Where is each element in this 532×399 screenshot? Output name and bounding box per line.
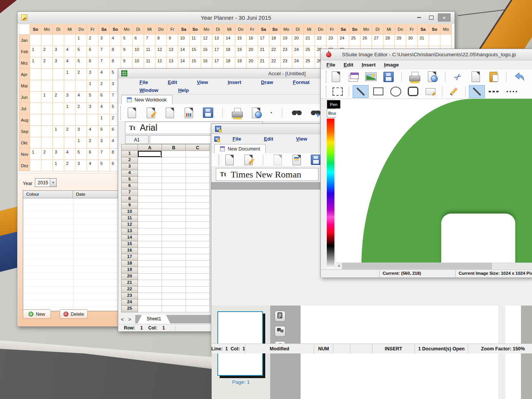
- textbox-tool-tool-button[interactable]: [423, 85, 439, 98]
- print-icon[interactable]: [231, 107, 244, 119]
- calendar-day-cell[interactable]: [76, 114, 87, 126]
- sheet-cell[interactable]: [186, 170, 210, 177]
- menu-view[interactable]: View: [285, 135, 318, 143]
- calendar-day-cell[interactable]: 9: [167, 35, 178, 46]
- minimize-button[interactable]: [413, 13, 425, 22]
- calendar-day-cell[interactable]: 1: [53, 126, 64, 137]
- row-header[interactable]: 3: [121, 164, 138, 170]
- rect-tool-icon[interactable]: [372, 86, 385, 98]
- sheet-cell[interactable]: [162, 190, 186, 196]
- calendar-day-cell[interactable]: 22: [269, 57, 281, 69]
- calendar-day-cell[interactable]: 2: [64, 160, 76, 171]
- rounded-rect-tool-tool-button[interactable]: [405, 85, 421, 98]
- calendar-day-cell[interactable]: 4: [64, 57, 76, 69]
- calendar-day-cell[interactable]: 24: [292, 46, 304, 57]
- calendar-day-cell[interactable]: 18: [224, 46, 235, 57]
- sheet-cell[interactable]: [162, 203, 186, 209]
- sheet-cell[interactable]: [186, 235, 210, 241]
- sheet-cell[interactable]: [138, 190, 162, 196]
- calendar-day-cell[interactable]: 16: [201, 46, 212, 57]
- calendar-day-cell[interactable]: 26: [361, 35, 372, 46]
- calendar-day-cell[interactable]: 19: [235, 57, 247, 69]
- calendar-day-cell[interactable]: 3: [76, 126, 87, 137]
- row-header[interactable]: 25: [121, 306, 138, 312]
- year-planner-titlebar[interactable]: Year Planner - 30 Juni 2015 ×: [17, 12, 454, 24]
- calendar-day-cell[interactable]: 19: [235, 46, 247, 57]
- calendar-day-cell[interactable]: 27: [372, 35, 383, 46]
- image-canvas[interactable]: [336, 99, 532, 263]
- save-icon[interactable]: [201, 107, 214, 119]
- calendar-day-cell[interactable]: 12: [155, 46, 167, 57]
- sheet-cell[interactable]: [138, 235, 162, 241]
- sheet-cell[interactable]: [138, 274, 162, 280]
- new-document-icon[interactable]: [329, 71, 342, 83]
- calendar-day-cell[interactable]: 6: [87, 149, 98, 160]
- dot-style-tool-button[interactable]: [504, 85, 520, 98]
- tab-new-workbook[interactable]: New Workbook: [121, 95, 173, 104]
- calendar-day-cell[interactable]: [429, 35, 440, 46]
- sheet-cell[interactable]: [162, 280, 186, 287]
- tab-new-document[interactable]: New Document: [214, 144, 266, 153]
- sheet-cell[interactable]: [186, 203, 210, 209]
- row-header[interactable]: 8: [121, 196, 138, 203]
- menu-edit[interactable]: Edit: [339, 60, 358, 69]
- calendar-day-cell[interactable]: 11: [190, 35, 201, 46]
- row-header[interactable]: 2: [121, 157, 138, 164]
- sheet-cell[interactable]: [138, 157, 162, 164]
- calendar-day-cell[interactable]: 3: [98, 137, 110, 149]
- row-header[interactable]: 13: [121, 228, 138, 235]
- row-header[interactable]: 11: [121, 215, 138, 222]
- calendar-day-cell[interactable]: 16: [201, 57, 212, 69]
- sheet-tab[interactable]: Sheet1: [138, 315, 170, 323]
- sheet-cell[interactable]: [138, 196, 162, 203]
- row-header[interactable]: 6: [121, 183, 138, 190]
- calendar-day-cell[interactable]: 8: [110, 57, 121, 69]
- sheet-cell[interactable]: [162, 306, 186, 312]
- calendar-day-cell[interactable]: [53, 69, 64, 80]
- calendar-day-cell[interactable]: 9: [121, 46, 133, 57]
- row-header[interactable]: 9: [121, 203, 138, 209]
- calendar-day-cell[interactable]: [64, 114, 76, 126]
- sheet-cell[interactable]: [138, 215, 162, 222]
- calendar-day-cell[interactable]: [53, 35, 64, 46]
- edit-document-icon[interactable]: [144, 107, 157, 119]
- calendar-day-cell[interactable]: 3: [53, 149, 64, 160]
- calendar-day-cell[interactable]: [30, 160, 41, 171]
- row-header[interactable]: 23: [121, 293, 138, 299]
- column-header[interactable]: A: [138, 144, 162, 151]
- sheet-cell[interactable]: [138, 203, 162, 209]
- row-header[interactable]: 18: [121, 261, 138, 267]
- toolbar-grip[interactable]: [326, 71, 326, 83]
- calendar-day-cell[interactable]: 1: [76, 137, 87, 149]
- menu-file[interactable]: File: [221, 135, 252, 143]
- calendar-day-cell[interactable]: 25: [304, 57, 315, 69]
- calendar-day-cell[interactable]: 20: [247, 57, 258, 69]
- sheet-cell[interactable]: [186, 190, 210, 196]
- sheet-cell[interactable]: [162, 177, 186, 183]
- sheet-cell[interactable]: [138, 248, 162, 254]
- sheet-cell[interactable]: [162, 267, 186, 274]
- calendar-day-cell[interactable]: 23: [281, 57, 292, 69]
- sheet-cell[interactable]: [138, 261, 162, 267]
- calendar-day-cell[interactable]: 5: [98, 126, 110, 137]
- calendar-day-cell[interactable]: [440, 35, 452, 46]
- sheet-cell[interactable]: [138, 183, 162, 190]
- calendar-day-cell[interactable]: 1: [64, 103, 76, 114]
- sheet-cell[interactable]: [138, 280, 162, 287]
- sheet-cell[interactable]: [138, 299, 162, 306]
- row-header[interactable]: 20: [121, 274, 138, 280]
- copy-pages-icon[interactable]: [469, 71, 482, 83]
- menu-insert[interactable]: Insert: [358, 60, 380, 69]
- calendar-day-cell[interactable]: 18: [224, 57, 235, 69]
- calendar-day-cell[interactable]: 3: [76, 160, 87, 171]
- sheet-next-icon[interactable]: >: [126, 317, 134, 322]
- calendar-day-cell[interactable]: 2: [87, 137, 98, 149]
- calendar-day-cell[interactable]: 7: [98, 149, 110, 160]
- sheet-cell[interactable]: [162, 274, 186, 280]
- calendar-day-cell[interactable]: 6: [87, 46, 98, 57]
- row-header[interactable]: 17: [121, 254, 138, 261]
- sheet-cell[interactable]: [162, 215, 186, 222]
- calendar-day-cell[interactable]: 19: [281, 35, 292, 46]
- chevron-down-icon[interactable]: ▼: [50, 179, 56, 187]
- calendar-day-cell[interactable]: [64, 137, 76, 149]
